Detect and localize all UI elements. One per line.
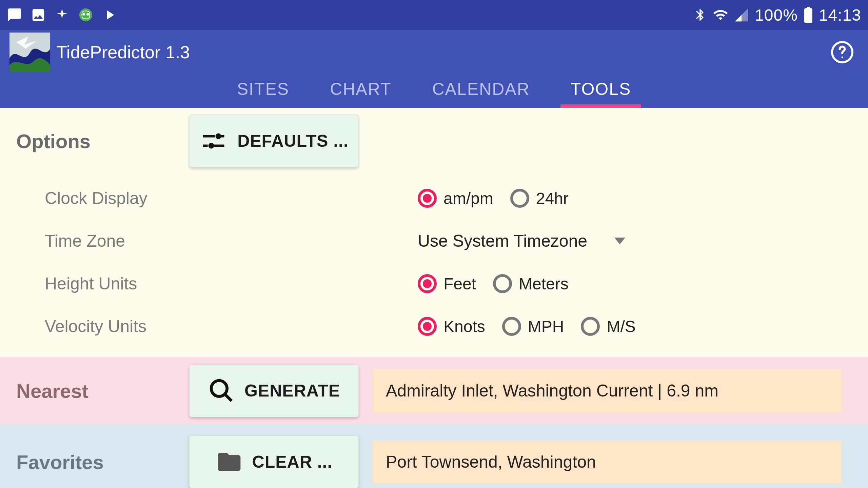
robot-icon [78, 7, 94, 23]
radio-mph[interactable] [502, 317, 521, 336]
chat-icon [7, 7, 22, 23]
tab-label: CHART [330, 79, 391, 99]
nearest-title: Nearest [16, 380, 189, 402]
clear-label: CLEAR ... [252, 452, 333, 472]
radio-label: 24hr [536, 189, 569, 208]
signal-icon [734, 7, 749, 23]
play-store-icon [102, 7, 117, 23]
bluetooth-icon [693, 8, 707, 22]
svg-point-2 [86, 13, 89, 16]
chevron-down-icon [614, 238, 625, 244]
sliders-icon [199, 127, 228, 155]
favorites-value-text: Port Townsend, Washington [386, 452, 596, 472]
favorites-value[interactable]: Port Townsend, Washington [372, 440, 842, 484]
option-time-zone: Time Zone Use System Timezone [45, 220, 852, 262]
generate-button[interactable]: GENERATE [189, 364, 359, 417]
nearest-value-text: Admiralty Inlet, Washington Current | 6.… [386, 381, 718, 401]
radio-label: M/S [607, 317, 635, 336]
app-bar: TidePredictor 1.3 SITES CHART CALENDAR T… [0, 30, 868, 108]
search-icon [208, 377, 235, 404]
nearest-section: Nearest GENERATE Admiralty Inlet, Washin… [0, 357, 868, 424]
clear-button[interactable]: CLEAR ... [189, 435, 359, 488]
radio-label: Feet [443, 274, 476, 293]
options-section: Options DEFAULTS ... Clock Display am/pm… [0, 108, 868, 357]
app-logo-icon [9, 33, 50, 72]
battery-percent: 100% [755, 6, 798, 24]
nearest-value[interactable]: Admiralty Inlet, Washington Current | 6.… [372, 369, 842, 412]
sparkle-icon [54, 7, 70, 23]
app-screen: { "statusbar": { "battery_pct": "100%", … [0, 0, 868, 488]
help-icon[interactable] [830, 40, 854, 64]
option-height-units: Height Units Feet Meters [45, 262, 852, 305]
radio-feet[interactable] [418, 274, 437, 293]
svg-point-6 [842, 57, 843, 58]
option-label: Clock Display [45, 188, 418, 208]
favorites-section: Favorites CLEAR ... Port Townsend, Washi… [0, 424, 868, 488]
battery-icon [803, 7, 813, 23]
tab-label: TOOLS [571, 79, 631, 99]
folder-icon [216, 448, 243, 475]
svg-point-1 [82, 13, 85, 16]
generate-label: GENERATE [244, 381, 340, 401]
svg-line-10 [225, 394, 232, 401]
option-label: Time Zone [45, 231, 418, 251]
radio-meters[interactable] [493, 274, 512, 293]
status-bar: 100% 14:13 [0, 0, 868, 30]
image-icon [31, 7, 46, 23]
favorites-title: Favorites [16, 451, 189, 473]
tab-label: CALENDAR [432, 79, 530, 99]
options-title: Options [16, 130, 189, 152]
dropdown-value: Use System Timezone [418, 231, 587, 251]
radio-ampm[interactable] [418, 189, 437, 208]
timezone-dropdown[interactable]: Use System Timezone [418, 231, 852, 251]
radio-knots[interactable] [418, 317, 437, 336]
defaults-label: DEFAULTS ... [237, 131, 349, 151]
tab-sites[interactable]: SITES [217, 70, 310, 108]
app-title: TidePredictor 1.3 [56, 42, 830, 62]
svg-point-9 [211, 381, 227, 396]
tab-calendar[interactable]: CALENDAR [412, 70, 550, 108]
radio-label: am/pm [443, 189, 493, 208]
option-label: Height Units [45, 274, 418, 293]
option-label: Velocity Units [45, 317, 418, 336]
svg-point-8 [209, 143, 214, 149]
svg-point-7 [216, 134, 221, 139]
radio-label: Meters [519, 274, 569, 293]
status-clock: 14:13 [819, 6, 861, 24]
tab-label: SITES [237, 79, 289, 99]
radio-ms[interactable] [581, 317, 600, 336]
radio-24hr[interactable] [510, 189, 529, 208]
radio-label: Knots [443, 317, 485, 336]
option-clock-display: Clock Display am/pm 24hr [45, 177, 852, 220]
option-velocity-units: Velocity Units Knots MPH M/S [45, 305, 852, 348]
wifi-icon [713, 7, 728, 23]
defaults-button[interactable]: DEFAULTS ... [189, 115, 359, 167]
radio-label: MPH [528, 317, 564, 336]
tab-bar: SITES CHART CALENDAR TOOLS [0, 70, 868, 108]
svg-point-0 [79, 8, 92, 21]
tab-chart[interactable]: CHART [310, 70, 412, 108]
tab-tools[interactable]: TOOLS [550, 70, 652, 108]
